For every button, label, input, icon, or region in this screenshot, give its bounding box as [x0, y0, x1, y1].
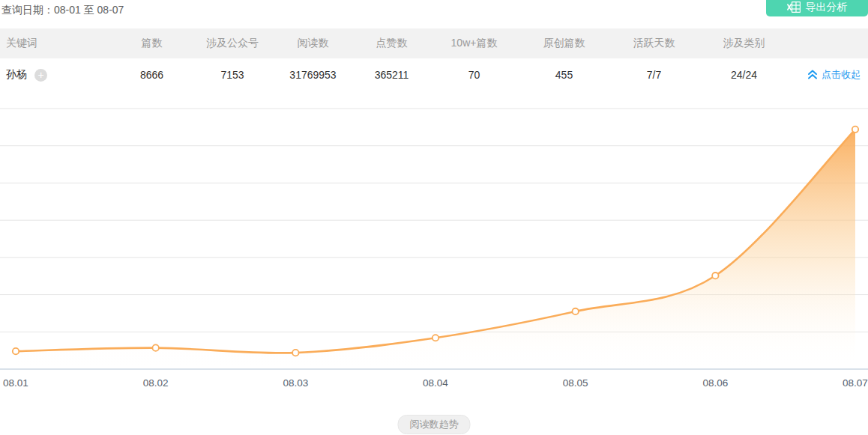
- active-days-value: 7/7: [611, 69, 697, 81]
- chevrons-up-icon: [807, 70, 818, 79]
- data-point-marker[interactable]: [712, 273, 718, 279]
- x-axis-label: 08.01: [3, 377, 28, 389]
- chart-legend-pill[interactable]: 阅读数趋势: [398, 415, 471, 434]
- reads-value: 31769953: [274, 69, 352, 81]
- header-keyword: 关键词: [0, 37, 112, 50]
- x-axis-label: 08.07: [843, 377, 868, 389]
- likes-value: 365211: [352, 69, 431, 81]
- header-categories: 涉及类别: [697, 37, 791, 50]
- data-point-marker[interactable]: [852, 127, 858, 133]
- keyword-stats-table: 关键词 篇数 涉及公众号 阅读数 点赞数 10w+篇数 原创篇数 活跃天数 涉及…: [0, 28, 868, 91]
- topbar: 查询日期：08-01 至 08-07 导出分析: [0, 0, 868, 28]
- data-point-marker[interactable]: [13, 348, 19, 354]
- x-axis-label: 08.03: [283, 377, 308, 389]
- export-analysis-label: 导出分析: [806, 1, 848, 14]
- x-axis-label: 08.05: [563, 377, 588, 389]
- data-point-marker[interactable]: [572, 308, 578, 314]
- trend-area: [16, 130, 855, 369]
- header-active-days: 活跃天数: [611, 37, 697, 50]
- header-likes: 点赞数: [352, 37, 431, 50]
- header-articles: 篇数: [112, 37, 191, 50]
- query-date-label: 查询日期：08-01 至 08-07: [1, 4, 124, 17]
- table-header-row: 关键词 篇数 涉及公众号 阅读数 点赞数 10w+篇数 原创篇数 活跃天数 涉及…: [0, 28, 868, 58]
- original-value: 455: [517, 69, 611, 81]
- trend-chart-svg[interactable]: 08.0108.0208.0308.0408.0508.0608.07: [0, 90, 868, 412]
- 10w-plus-value: 70: [431, 69, 517, 81]
- header-original: 原创篇数: [517, 37, 611, 50]
- accounts-value: 7153: [191, 69, 274, 81]
- collapse-link[interactable]: 点击收起: [807, 68, 861, 82]
- header-reads: 阅读数: [274, 37, 352, 50]
- articles-value: 8666: [112, 69, 191, 81]
- x-axis-label: 08.02: [143, 377, 169, 389]
- table-row: 孙杨 + 8666 7153 31769953 365211 70 455 7/…: [0, 58, 868, 91]
- collapse-label: 点击收起: [822, 68, 861, 82]
- x-axis-label: 08.06: [702, 377, 728, 389]
- data-point-marker[interactable]: [292, 350, 298, 356]
- add-keyword-icon[interactable]: +: [34, 69, 47, 82]
- data-point-marker[interactable]: [152, 344, 158, 350]
- keyword-value: 孙杨: [6, 68, 27, 82]
- x-axis-label: 08.04: [423, 377, 448, 389]
- data-point-marker[interactable]: [433, 335, 438, 341]
- header-accounts: 涉及公众号: [191, 37, 274, 50]
- categories-value: 24/24: [697, 69, 791, 81]
- reads-trend-chart[interactable]: 08.0108.0208.0308.0408.0508.0608.07: [0, 90, 868, 412]
- excel-file-icon: [787, 1, 801, 13]
- keyword-cell: 孙杨 +: [0, 68, 112, 82]
- export-analysis-button[interactable]: 导出分析: [766, 0, 868, 16]
- header-10w-plus: 10w+篇数: [431, 37, 517, 50]
